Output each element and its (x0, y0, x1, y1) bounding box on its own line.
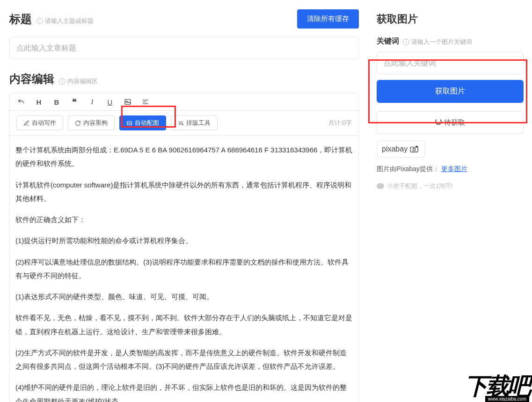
info-icon: i (59, 78, 66, 85)
bold-icon[interactable]: B (52, 97, 61, 107)
image-credit: 图片由Pixabay提供： 更多图片 (377, 165, 524, 173)
pixabay-text: pixabay (382, 145, 408, 153)
content-edit-hint: i 内容编辑区 (59, 77, 98, 86)
action-toolbar: 自动写作 内容重构 自动配图 排版工具 共计:0字 (10, 111, 358, 136)
sidebar: 获取图片 关键词 i 请输入一个图片关键词 获取图片 待获取 pixabay (368, 0, 532, 402)
fetch-image-button[interactable]: 获取图片 (377, 80, 524, 103)
undo-icon[interactable] (16, 97, 26, 107)
svg-point-8 (413, 148, 415, 151)
content-rebuild-button[interactable]: 内容重构 (68, 115, 115, 130)
heading-icon[interactable]: H (34, 97, 44, 107)
format-toolbar: H B ❝ I U (10, 93, 358, 111)
italic-icon[interactable]: I (87, 97, 97, 107)
editor-paragraph: 软件的正确含义如下： (15, 213, 353, 226)
keyword-hint-text: 请输入一个图片关键词 (411, 38, 472, 46)
svg-rect-7 (410, 147, 418, 152)
auto-image-label: 自动配图 (135, 119, 159, 127)
camera-icon (409, 145, 420, 153)
layout-tool-label: 排版工具 (186, 119, 211, 127)
underline-icon[interactable]: U (105, 97, 115, 107)
word-count: 共计:0字 (328, 119, 352, 127)
content-edit-header: 内容编辑 i 内容编辑区 (9, 72, 359, 86)
editor-paragraph: 计算机软件(computer software)是指计算机系统中除硬件以外的所有… (15, 178, 353, 206)
content-edit-hint-text: 内容编辑区 (67, 77, 98, 86)
credit-prefix: 图片由Pixabay提供： (377, 165, 439, 172)
pending-button[interactable]: 待获取 (377, 111, 524, 134)
keyword-hint: i 请输入一个图片关键词 (403, 38, 472, 46)
keyword-label: 关键词 (377, 36, 399, 46)
editor-body[interactable]: 整个计算机系统由两部分组成：E.69DA 5 E 6 BA 9062616964… (10, 136, 358, 402)
keyword-input[interactable] (377, 52, 524, 74)
layout-tool-button[interactable]: 排版工具 (171, 115, 218, 130)
auto-write-label: 自动写作 (32, 119, 56, 127)
auto-image-button[interactable]: 自动配图 (119, 115, 166, 130)
title-label: 标题 (9, 12, 32, 27)
editor-paragraph: (1)提供运行时所需功能和性能的命令或计算机程序集合。 (15, 234, 353, 247)
watermark-sub: www.xiazaiba.com (485, 396, 529, 402)
info-icon: i (36, 18, 43, 24)
content-edit-title: 内容编辑 (9, 72, 54, 86)
editor-container: H B ❝ I U 自动写作 内容重构 (9, 93, 359, 402)
sidebar-title: 获取图片 (377, 12, 524, 26)
info-icon: i (403, 39, 409, 45)
auto-write-button[interactable]: 自动写作 (16, 115, 63, 130)
content-rebuild-label: 内容重构 (83, 119, 108, 127)
editor-paragraph: (1)表达形式不同的硬件类型、颜色、味道、可见、可摸、可闻。 (15, 290, 353, 303)
title-hint-text: 请输入主题或标题 (45, 17, 94, 25)
article-title-input[interactable] (9, 37, 359, 59)
editor-paragraph: (4)维护不同的硬件是旧的，理论上软件是旧的，并不坏，但实际上软件也是旧的和坏的… (15, 380, 353, 402)
image-icon[interactable] (123, 97, 132, 107)
editor-paragraph: 软件看不见，无色，枯燥，看不见，摸不到，闻不到。软件大部分存在于人们的头脑或纸上… (15, 311, 353, 338)
tip-text: 小虎子配图，一次1淘币! (387, 182, 453, 190)
editor-paragraph: 整个计算机系统由两部分组成：E.69DA 5 E 6 BA 9062616964… (15, 143, 353, 171)
svg-rect-9 (416, 146, 418, 148)
spinner-icon (435, 118, 442, 125)
tip-row: 小虎子配图，一次1淘币! (377, 182, 524, 190)
pending-label: 待获取 (444, 118, 465, 126)
cloud-icon (377, 183, 384, 189)
editor-paragraph: (2)生产方式不同的软件是开发，是人类智能的高发挥，而不是传统意义上的硬件制造。… (15, 346, 353, 373)
editor-paragraph: (2)程序可以满意地处理信息的数据结构。(3)说明程序功能要求和程序需要的文档的… (15, 255, 353, 283)
pixabay-badge: pixabay (377, 141, 425, 158)
svg-point-6 (182, 124, 183, 125)
title-section-header: 标题 i 请输入主题或标题 清除所有缓存 (9, 9, 359, 29)
keyword-header: 关键词 i 请输入一个图片关键词 (377, 36, 524, 46)
clear-cache-button[interactable]: 清除所有缓存 (297, 9, 359, 29)
watermark-main: 下载吧 (465, 373, 529, 399)
more-images-link[interactable]: 更多图片 (441, 165, 467, 172)
align-left-icon[interactable] (141, 97, 150, 107)
title-hint: i 请输入主题或标题 (36, 17, 94, 25)
quote-icon[interactable]: ❝ (70, 97, 79, 107)
